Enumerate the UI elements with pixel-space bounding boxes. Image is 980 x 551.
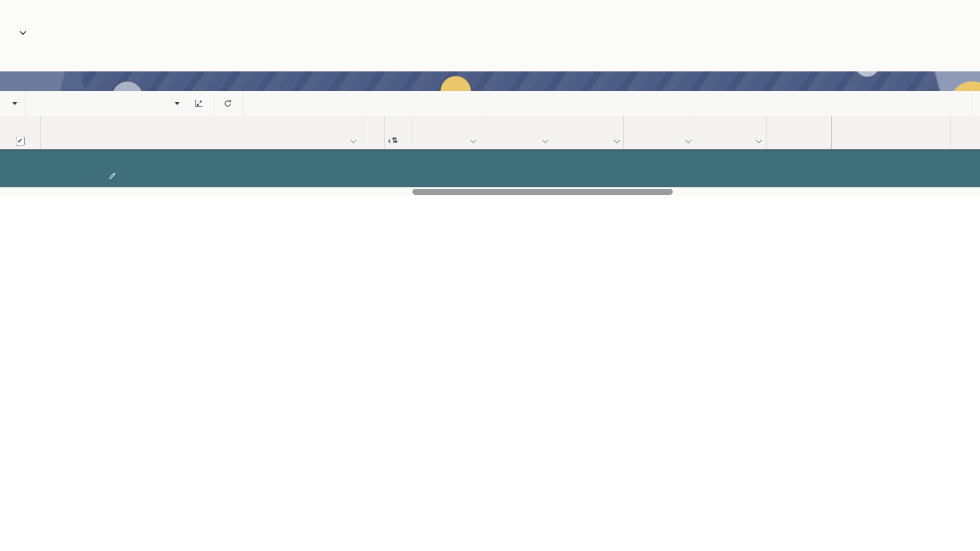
header-lob bbox=[695, 116, 767, 149]
view-button-clipped[interactable] bbox=[972, 91, 980, 116]
waterline-banner bbox=[0, 150, 980, 187]
header-region bbox=[767, 116, 831, 149]
header-finish bbox=[552, 116, 624, 149]
chevron-down-icon[interactable] bbox=[755, 137, 762, 143]
horizontal-scrollbar[interactable] bbox=[0, 187, 980, 196]
chevron-down-icon[interactable] bbox=[542, 137, 549, 143]
decorative-banner bbox=[0, 71, 980, 91]
waterline-title bbox=[0, 156, 481, 168]
header-status bbox=[411, 116, 481, 149]
waterline-score bbox=[624, 156, 695, 168]
header-year-clipped bbox=[951, 116, 980, 149]
header-note-column bbox=[362, 116, 385, 149]
table-header-row: ‹ ⇅ bbox=[0, 116, 980, 150]
header-total bbox=[831, 116, 951, 149]
waterline-detail-line bbox=[0, 172, 980, 180]
refresh-icon bbox=[223, 98, 233, 109]
scatter-chart-icon bbox=[193, 98, 204, 109]
caret-down-icon bbox=[12, 102, 17, 105]
header-evaluation-score bbox=[624, 116, 695, 149]
scenario-dropdown[interactable] bbox=[26, 91, 184, 116]
chevron-down-icon[interactable] bbox=[470, 137, 477, 143]
scrollbar-thumb[interactable] bbox=[412, 189, 673, 195]
waterline-finish bbox=[552, 156, 624, 168]
toolbar-spacer bbox=[242, 91, 972, 116]
header-name bbox=[41, 116, 362, 149]
sort-arrows-icon[interactable]: ⇅ bbox=[392, 136, 398, 144]
chevron-left-icon[interactable]: ‹ bbox=[388, 137, 391, 144]
select-all-checkbox[interactable] bbox=[16, 137, 24, 145]
caret-down-icon bbox=[175, 102, 180, 105]
chevron-down-icon[interactable] bbox=[614, 137, 620, 143]
edit-waterline-button[interactable] bbox=[108, 172, 116, 180]
header-start bbox=[481, 116, 552, 149]
page-header bbox=[0, 0, 980, 71]
chevron-down-icon[interactable] bbox=[685, 137, 692, 143]
budget-planning-app: ‹ ⇅ bbox=[0, 0, 980, 551]
pencil-icon bbox=[108, 172, 116, 180]
header-sort-cell: ‹ ⇅ bbox=[385, 116, 411, 149]
waterline-summary-line bbox=[0, 156, 980, 168]
chevron-down-icon bbox=[20, 29, 27, 35]
toolbar bbox=[0, 91, 980, 116]
chart-view-button[interactable] bbox=[184, 91, 213, 116]
refresh-button[interactable] bbox=[213, 91, 242, 116]
actions-menu-button[interactable] bbox=[0, 91, 26, 116]
chevron-down-icon[interactable] bbox=[350, 137, 357, 143]
header-select-cell bbox=[0, 116, 41, 149]
waterline-start bbox=[481, 156, 552, 168]
plan-selector[interactable] bbox=[14, 30, 24, 35]
